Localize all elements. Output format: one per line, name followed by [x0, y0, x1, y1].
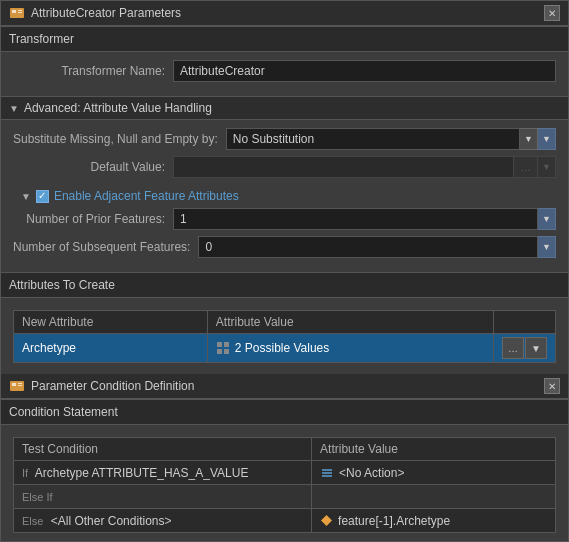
- condition-value-2: [312, 485, 556, 509]
- col-condition-value: Attribute Value: [312, 438, 556, 461]
- svg-rect-10: [18, 383, 22, 384]
- svg-rect-1: [12, 10, 16, 13]
- svg-rect-5: [224, 342, 229, 347]
- condition-window-icon: [9, 378, 25, 394]
- transformer-name-row: Transformer Name:: [13, 60, 556, 82]
- advanced-section-header: ▼ Advanced: Attribute Value Handling: [1, 96, 568, 120]
- window-title: AttributeCreator Parameters: [31, 6, 181, 20]
- col-test-condition: Test Condition: [14, 438, 312, 461]
- row-action-cell: … ▼: [494, 334, 556, 363]
- condition-close-button[interactable]: ✕: [544, 378, 560, 394]
- svg-rect-4: [217, 342, 222, 347]
- svg-rect-6: [217, 349, 222, 354]
- attributes-table: New Attribute Attribute Value Archetype: [13, 310, 556, 363]
- window-icon: [9, 5, 25, 21]
- condition-window: Parameter Condition Definition ✕ Conditi…: [1, 371, 568, 541]
- substitute-select[interactable]: No Substitution: [226, 128, 520, 150]
- svg-rect-7: [224, 349, 229, 354]
- title-bar: AttributeCreator Parameters ✕: [1, 1, 568, 26]
- close-button[interactable]: ✕: [544, 5, 560, 21]
- substitute-dropdown-blue-btn[interactable]: ▼: [538, 128, 556, 150]
- adjacent-checkbox[interactable]: ✓: [36, 190, 49, 203]
- condition-test-2: Else If: [14, 485, 312, 509]
- condition-title-bar: Parameter Condition Definition ✕: [1, 374, 568, 399]
- prior-features-input[interactable]: [173, 208, 538, 230]
- transformer-name-input[interactable]: [173, 60, 556, 82]
- prior-features-label: Number of Prior Features:: [13, 212, 173, 226]
- default-value-input[interactable]: [173, 156, 514, 178]
- attributes-section-header: Attributes To Create: [1, 272, 568, 298]
- condition-row-1[interactable]: If Archetype ATTRIBUTE_HAS_A_VALUE <No: [14, 461, 556, 485]
- attributes-section: New Attribute Attribute Value Archetype: [1, 298, 568, 371]
- subsequent-features-row: Number of Subsequent Features: ▼: [13, 236, 556, 258]
- svg-marker-15: [321, 515, 332, 526]
- default-value-label: Default Value:: [13, 160, 173, 174]
- condition-test-1: If Archetype ATTRIBUTE_HAS_A_VALUE: [14, 461, 312, 485]
- svg-rect-11: [18, 385, 22, 386]
- col-new-attribute: New Attribute: [14, 311, 208, 334]
- grid-icon: [216, 341, 230, 355]
- row-dropdown-btn[interactable]: ▼: [525, 337, 547, 359]
- svg-rect-3: [18, 12, 22, 13]
- svg-rect-2: [18, 10, 22, 11]
- transformer-section: Transformer Name:: [1, 52, 568, 96]
- subsequent-features-input[interactable]: [198, 236, 538, 258]
- default-dropdown-btn[interactable]: ▼: [538, 156, 556, 178]
- prior-dropdown-btn[interactable]: ▼: [538, 208, 556, 230]
- subsequent-dropdown-btn[interactable]: ▼: [538, 236, 556, 258]
- condition-value-1: <No Action>: [312, 461, 556, 485]
- condition-row-2[interactable]: Else If: [14, 485, 556, 509]
- condition-window-title: Parameter Condition Definition: [31, 379, 194, 393]
- default-value-row: Default Value: … ▼: [13, 156, 556, 178]
- new-attribute-cell: Archetype: [14, 334, 208, 363]
- substitute-row: Substitute Missing, Null and Empty by: N…: [13, 128, 556, 150]
- no-action-icon: [320, 467, 334, 479]
- table-row[interactable]: Archetype 2 Possible Values: [14, 334, 556, 363]
- orange-diamond-icon: [320, 514, 333, 527]
- substitute-label: Substitute Missing, Null and Empty by:: [13, 132, 226, 146]
- transformer-section-header: Transformer: [1, 26, 568, 52]
- advanced-section: Substitute Missing, Null and Empty by: N…: [1, 120, 568, 272]
- prior-features-row: Number of Prior Features: ▼: [13, 208, 556, 230]
- adjacent-collapse-icon: ▼: [21, 191, 31, 202]
- col-attribute-value: Attribute Value: [207, 311, 493, 334]
- adjacent-subsection: ▼ ✓ Enable Adjacent Feature Attributes: [13, 184, 556, 208]
- substitute-dropdown-btn[interactable]: ▼: [520, 128, 538, 150]
- default-ellipsis-btn[interactable]: …: [514, 156, 538, 178]
- condition-section: Test Condition Attribute Value If Archet…: [1, 425, 568, 541]
- svg-rect-9: [12, 383, 16, 386]
- adjacent-label[interactable]: Enable Adjacent Feature Attributes: [54, 189, 239, 203]
- attribute-value-cell: 2 Possible Values: [207, 334, 493, 363]
- subsequent-features-label: Number of Subsequent Features:: [13, 240, 198, 254]
- condition-table: Test Condition Attribute Value If Archet…: [13, 437, 556, 533]
- row-ellipsis-btn[interactable]: …: [502, 337, 524, 359]
- condition-value-3: feature[-1].Archetype: [312, 509, 556, 533]
- condition-section-header: Condition Statement: [1, 399, 568, 425]
- collapse-arrow-icon: ▼: [9, 103, 19, 114]
- condition-row-3[interactable]: Else <All Other Conditions> feature[-1].…: [14, 509, 556, 533]
- transformer-name-label: Transformer Name:: [13, 64, 173, 78]
- condition-test-3: Else <All Other Conditions>: [14, 509, 312, 533]
